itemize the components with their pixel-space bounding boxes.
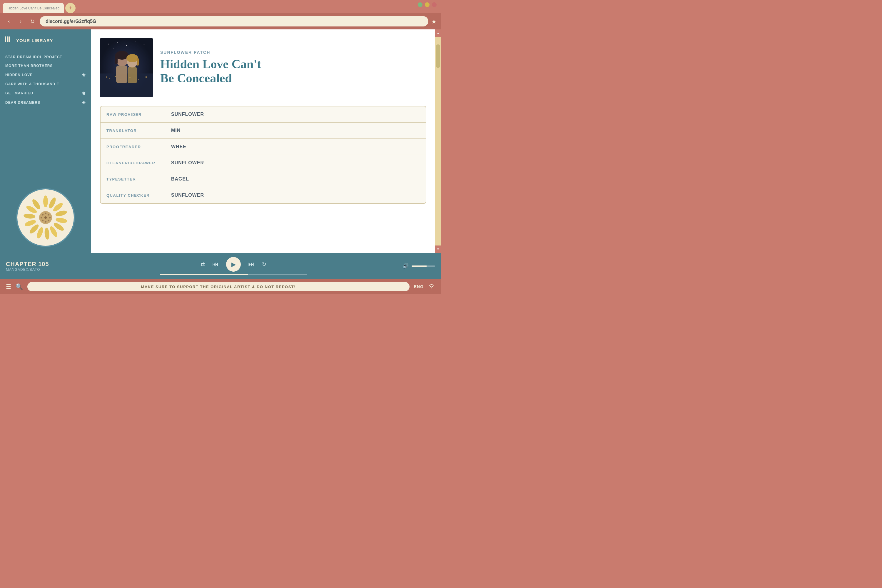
next-button[interactable]: ⏭ [248,261,255,268]
close-button[interactable] [432,2,436,7]
credit-value: SUNFLOWER [165,106,210,122]
credit-label: TRANSLATOR [100,123,165,138]
player-bar: CHAPTER 105 MANGADEX/BATO ⇄ ⏮ ▶ ⏭ ↻ 🔊 [0,253,441,279]
svg-point-28 [48,220,50,221]
credit-label: QUALITY CHECKER [100,188,165,203]
sidebar-item-more-than-brothers[interactable]: MORE THAN BROTHERS [0,62,91,70]
volume-bar[interactable] [412,266,435,267]
svg-point-26 [48,214,50,216]
search-icon[interactable]: 🔍 [16,283,23,290]
svg-point-31 [40,217,42,219]
new-tab-button[interactable]: + [65,3,75,13]
back-button[interactable]: ‹ [4,17,13,26]
volume-fill [412,266,427,267]
url-bar[interactable]: discord.gg/erG2zffq5G [40,16,428,27]
volume-icon: 🔊 [402,263,409,269]
scroll-track[interactable] [435,37,441,246]
sidebar-item-get-married[interactable]: GET MARRIED ❀ [0,88,91,98]
svg-point-30 [42,220,44,221]
credit-label: TYPESETTER [100,172,165,187]
scroll-track-inner [436,39,440,244]
sidebar-item-label: DEAR DREAMERS [5,100,40,105]
repeat-button[interactable]: ↻ [262,261,266,267]
library-icon [4,35,13,45]
browser-frame: Hidden Love Can't Be Concealed + ‹ › ↻ d… [0,0,441,294]
sidebar-item-dear-dreamers[interactable]: DEAR DREAMERS ❀ [0,98,91,107]
credit-value: MIN [165,123,186,138]
scroll-up-button[interactable]: ▲ [435,29,441,37]
credit-value: BAGEL [165,171,195,187]
svg-rect-58 [100,38,153,97]
active-tab[interactable]: Hidden Love Can't Be Concealed [3,3,64,13]
credit-row-typesetter: TYPESETTER BAGEL [100,171,426,187]
credit-label: RAW PROVIDER [100,107,165,122]
status-bar: ☰ 🔍 MAKE SURE TO SUPPORT THE ORIGINAL AR… [0,279,441,294]
sidebar: YOUR LIBRARY STAR DREAM IDOL PROJECT MOR… [0,29,91,253]
sidebar-item-label: STAR DREAM IDOL PROJECT [5,55,62,59]
sidebar-header: YOUR LIBRARY [0,29,91,50]
svg-point-33 [44,216,47,219]
svg-point-21 [24,213,36,219]
manga-header: SUNFLOWER PATCH Hidden Love Can't Be Con… [100,38,426,97]
status-right: ENG [414,283,435,291]
window-controls [418,2,436,7]
sidebar-item-label: GET MARRIED [5,91,33,95]
minimize-button[interactable] [418,2,423,7]
scroll-down-button[interactable]: ▼ [435,246,441,253]
credit-label: CLEANER/REDRAWER [100,156,165,171]
content-with-scrollbar: SUNFLOWER PATCH Hidden Love Can't Be Con… [91,29,441,253]
credit-value: SUNFLOWER [165,187,210,203]
credit-row-quality-checker: QUALITY CHECKER SUNFLOWER [100,187,426,203]
sidebar-item-hidden-love[interactable]: HIDDEN LOVE ❀ [0,70,91,80]
shuffle-button[interactable]: ⇄ [201,261,205,267]
credit-row-translator: TRANSLATOR MIN [100,123,426,139]
tab-bar: Hidden Love Can't Be Concealed + [0,0,441,13]
scrollbar: ▲ ▼ [435,29,441,253]
sidebar-logo [0,182,91,253]
svg-point-27 [49,217,51,219]
nav-bar: ‹ › ↻ discord.gg/erG2zffq5G ★ [0,13,441,29]
flower-icon-2: ❀ [82,91,86,96]
flower-icon: ❀ [82,73,86,77]
refresh-button[interactable]: ↻ [28,17,37,26]
player-controls: ⇄ ⏮ ▶ ⏭ ↻ [70,257,396,275]
credits-table: RAW PROVIDER SUNFLOWER TRANSLATOR MIN PR… [100,106,426,204]
publisher-name: SUNFLOWER PATCH [160,50,426,55]
flower-icon-3: ❀ [82,100,86,105]
svg-point-25 [45,213,46,214]
sidebar-item-carp[interactable]: CARP WITH A THOUSAND E... [0,80,91,88]
prev-button[interactable]: ⏮ [212,261,219,268]
credit-row-raw-provider: RAW PROVIDER SUNFLOWER [100,106,426,123]
sidebar-item-label: HIDDEN LOVE [5,73,33,77]
content-area: SUNFLOWER PATCH Hidden Love Can't Be Con… [91,29,435,253]
svg-point-10 [43,195,48,207]
sidebar-item-star-dream[interactable]: STAR DREAM IDOL PROJECT [0,52,91,62]
player-chapter-info: CHAPTER 105 MANGADEX/BATO [6,261,64,272]
forward-button[interactable]: › [16,17,25,26]
sidebar-title: YOUR LIBRARY [16,38,53,43]
svg-point-32 [42,214,44,216]
sidebar-item-label: CARP WITH A THOUSAND E... [5,82,63,86]
credit-label: PROOFREADER [100,140,165,154]
tab-title: Hidden Love Can't Be Concealed [8,6,59,10]
progress-fill [160,274,248,275]
wifi-icon [428,283,435,291]
volume-area: 🔊 [402,263,435,269]
logo-circle [16,188,75,247]
bookmark-button[interactable]: ★ [431,18,436,25]
credit-value: WHEE [165,139,192,154]
language-button[interactable]: ENG [414,284,424,289]
controls-row: ⇄ ⏮ ▶ ⏭ ↻ [201,257,266,272]
scroll-thumb[interactable] [436,44,440,68]
svg-point-29 [45,221,46,222]
maximize-button[interactable] [425,2,429,7]
svg-point-14 [55,217,68,224]
credit-row-proofreader: PROOFREADER WHEE [100,139,426,155]
play-button[interactable]: ▶ [226,257,241,272]
credit-value: SUNFLOWER [165,155,210,171]
progress-bar[interactable] [160,274,307,275]
menu-icon[interactable]: ☰ [6,283,11,290]
url-text: discord.gg/erG2zffq5G [46,19,96,24]
main-content: YOUR LIBRARY STAR DREAM IDOL PROJECT MOR… [0,29,441,253]
svg-point-17 [44,228,50,240]
